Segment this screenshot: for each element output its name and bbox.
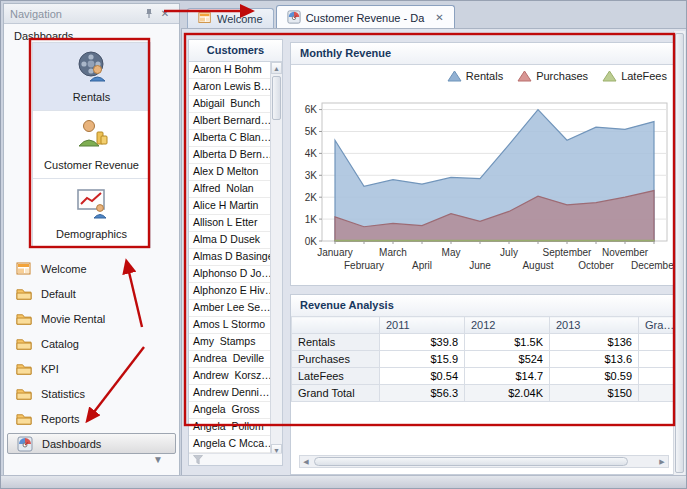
scroll-thumb[interactable] [272, 76, 281, 120]
customer-list-item[interactable]: Amy Stamps [189, 334, 282, 351]
customers-scrollbar[interactable]: ▲ ▼ [270, 62, 282, 456]
sidebar-item-dashboards[interactable]: Dashboards [7, 433, 176, 454]
customer-list-item[interactable]: Almas D Basinger [189, 249, 282, 266]
table-row-header[interactable]: Grand Total [292, 385, 380, 402]
sidebar-item-default[interactable]: Default [4, 281, 179, 306]
svg-text:May: May [442, 247, 461, 258]
table-corner-header[interactable] [292, 317, 380, 334]
svg-text:December: December [631, 260, 675, 271]
table-column-header[interactable]: 2012 [465, 317, 550, 334]
scroll-up-icon[interactable]: ▲ [271, 62, 282, 74]
customer-list-item[interactable]: Alphonso D Jo… [189, 266, 282, 283]
folder-icon [16, 336, 33, 351]
dashboard-scrollbar[interactable] [673, 31, 685, 475]
monthly-revenue-panel: Monthly Revenue Rentals Purchases LateFe… [290, 42, 678, 286]
sidebar-item-label: KPI [41, 363, 59, 375]
legend-item-latefees: LateFees [602, 70, 667, 82]
close-icon[interactable]: ✕ [157, 7, 173, 21]
revenue-analysis-table: 201120122013Gra…Rentals$39.8$1.5K$136Pur… [291, 316, 678, 402]
customer-list-item[interactable]: Amber Lee Se… [189, 300, 282, 317]
customer-list-item[interactable]: Alphonzo E Hiv… [189, 283, 282, 300]
pin-icon[interactable] [141, 7, 157, 21]
sidebar-item-reports[interactable]: Reports [4, 406, 179, 431]
customer-list-item[interactable]: Angela C Mcca… [189, 436, 282, 453]
sidebar-item-welcome[interactable]: Welcome [4, 256, 179, 281]
customer-list-item[interactable]: Alberta D Bern… [189, 147, 282, 164]
customer-list-item[interactable]: Alice H Martin [189, 198, 282, 215]
monthly-revenue-title: Monthly Revenue [291, 43, 677, 65]
folder-icon [16, 411, 33, 426]
customer-list-item[interactable]: Alma D Dusek [189, 232, 282, 249]
scroll-thumb[interactable] [314, 457, 628, 466]
dashboard-button-label: Demographics [56, 228, 127, 240]
tab-welcome[interactable]: Welcome [187, 8, 274, 29]
table-row-header[interactable]: LateFees [292, 368, 380, 385]
legend-label: Purchases [536, 70, 588, 82]
dashboard-button-demographics[interactable]: Demographics [33, 179, 150, 247]
dashboards-group-label: Dashboards [14, 30, 73, 42]
table-cell: $56.3 [380, 385, 465, 402]
customer-list-item[interactable]: Amos L Stormo [189, 317, 282, 334]
revenue-analysis-panel: Revenue Analysis 201120122013Gra…Rentals… [290, 294, 678, 475]
customer-list-item[interactable]: Albert Bernard… [189, 113, 282, 130]
customer-list-item[interactable]: Andrew Denni… [189, 385, 282, 402]
table-row-header[interactable]: Rentals [292, 334, 380, 351]
table-column-header[interactable]: 2013 [550, 317, 639, 334]
tab-customer-revenue-da[interactable]: Customer Revenue - Da✕ [276, 5, 455, 29]
customer-list-item[interactable]: Angela Gross [189, 402, 282, 419]
table-cell: $0.59 [550, 368, 639, 385]
filter-icon[interactable] [193, 455, 204, 465]
tab-close-icon[interactable]: ✕ [435, 12, 443, 23]
dashboard-button-customer-revenue[interactable]: Customer Revenue [33, 111, 150, 179]
customer-list-item[interactable]: Alberta C Blan… [189, 130, 282, 147]
table-row-grand-total: Grand Total$56.3$2.04K$150 [292, 385, 679, 402]
tab-label: Welcome [217, 13, 263, 25]
dashboard-button-label: Customer Revenue [44, 159, 139, 171]
scroll-thumb[interactable] [675, 33, 684, 473]
dashboard-button-label: Rentals [73, 91, 110, 103]
sidebar-item-kpi[interactable]: KPI [4, 356, 179, 381]
customer-list-item[interactable]: Abigail Bunch [189, 96, 282, 113]
svg-text:July: July [500, 247, 518, 258]
revenue-analysis-title: Revenue Analysis [291, 295, 677, 317]
svg-text:February: February [344, 260, 384, 271]
scroll-left-icon[interactable]: ◀ [300, 456, 312, 467]
dashboard-button-rentals[interactable]: Rentals [33, 43, 150, 111]
navigation-panel-header: Navigation ✕ [4, 4, 179, 24]
customer-list-item[interactable]: Andrew Korsz… [189, 368, 282, 385]
customer-list-item[interactable]: Aaron Lewis B… [189, 79, 282, 96]
sidebar-item-movie-rental[interactable]: Movie Rental [4, 306, 179, 331]
legend-item-purchases: Purchases [517, 70, 588, 82]
svg-text:0K: 0K [305, 236, 318, 247]
legend-triangle-icon [602, 70, 617, 82]
customer-list-item[interactable]: Allison L Etter [189, 215, 282, 232]
chevron-down-icon[interactable]: ▼ [153, 454, 163, 465]
customer-list-item[interactable]: Andrea Deville [189, 351, 282, 368]
table-cell: $39.8 [380, 334, 465, 351]
customer-list-item[interactable]: Angela Pollom [189, 419, 282, 436]
customer-list-item[interactable]: Alex D Melton [189, 164, 282, 181]
table-horizontal-scrollbar[interactable]: ◀ ▶ [299, 455, 669, 468]
svg-text:January: January [317, 247, 353, 258]
svg-text:March: March [379, 247, 407, 258]
table-column-header[interactable]: 2011 [380, 317, 465, 334]
sidebar-item-statistics[interactable]: Statistics [4, 381, 179, 406]
sidebar-item-catalog[interactable]: Catalog [4, 331, 179, 356]
customer-list-item[interactable]: Aaron H Bohm [189, 62, 282, 79]
tab-label: Customer Revenue - Da [306, 12, 425, 24]
sidebar-item-label: Welcome [41, 263, 87, 275]
customers-panel-title: Customers [189, 40, 282, 62]
customer-list-item[interactable]: Alfred Nolan [189, 181, 282, 198]
table-cell: $15.9 [380, 351, 465, 368]
svg-text:April: April [412, 260, 432, 271]
svg-text:3K: 3K [305, 170, 318, 181]
sidebar-item-label: Movie Rental [41, 313, 105, 325]
customers-list: Aaron H BohmAaron Lewis B…Abigail BunchA… [189, 62, 282, 466]
sidebar-item-label: Default [41, 288, 76, 300]
legend-label: Rentals [466, 70, 503, 82]
scroll-right-icon[interactable]: ▶ [656, 456, 668, 467]
svg-text:4K: 4K [305, 148, 318, 159]
table-row-header[interactable]: Purchases [292, 351, 380, 368]
folder-icon [16, 311, 33, 326]
table-row-rentals: Rentals$39.8$1.5K$136 [292, 334, 679, 351]
